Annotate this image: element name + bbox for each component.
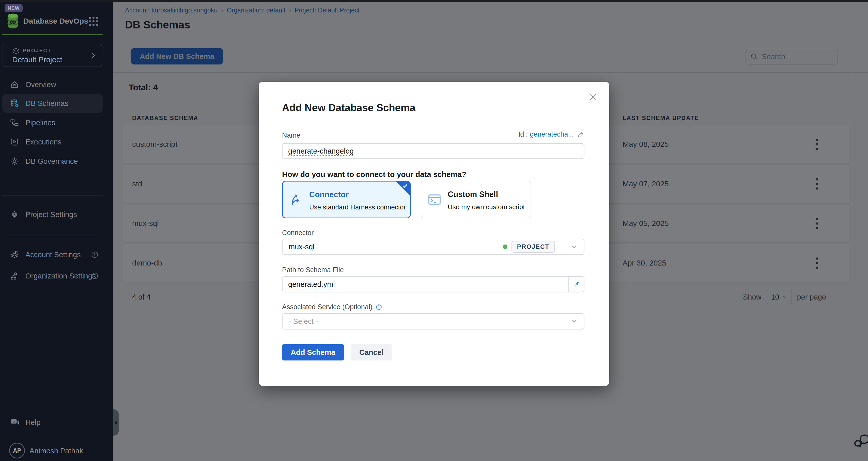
project-name: Default Project <box>12 55 62 64</box>
cancel-button[interactable]: Cancel <box>351 344 392 360</box>
service-select[interactable]: - Select - <box>282 313 584 330</box>
sidebar-item-pipelines[interactable]: Pipelines <box>0 113 113 132</box>
sidebar-item-db-schemas[interactable]: DB Schemas <box>0 94 113 113</box>
path-input[interactable]: generated.yml <box>283 277 568 292</box>
home-icon <box>10 80 19 89</box>
chevron-down-icon <box>570 318 578 325</box>
pin-button[interactable] <box>568 277 584 292</box>
gear-icon <box>10 210 19 219</box>
database-devops-logo-icon <box>7 13 19 28</box>
sidebar-accent-line <box>2 34 103 35</box>
edit-pencil-icon[interactable] <box>577 131 584 138</box>
service-placeholder: - Select - <box>289 317 570 326</box>
connector-value: mux-sql <box>289 243 503 251</box>
add-schema-modal: Add New Database Schema Name Id : genera… <box>259 82 609 386</box>
sidebar-item-db-governance[interactable]: DB Governance <box>0 152 113 171</box>
id-prefix: Id : <box>518 130 528 138</box>
sidebar-item-account-settings[interactable]: Account Settings <box>0 245 113 264</box>
add-schema-button[interactable]: Add Schema <box>282 344 344 360</box>
project-kicker: PROJECT <box>23 48 51 54</box>
chevron-down-icon <box>570 243 578 251</box>
project-cube-icon <box>12 47 20 55</box>
info-icon[interactable] <box>91 272 99 280</box>
new-badge: NEW <box>5 4 23 12</box>
window-top-strip <box>0 0 868 2</box>
help-button[interactable]: ? Help <box>0 413 113 432</box>
modal-title: Add New Database Schema <box>282 102 415 113</box>
org-gear-icon <box>10 272 19 280</box>
connect-question: How do you want to connect to your data … <box>282 170 466 179</box>
connector-select[interactable]: mux-sql PROJECT <box>282 239 584 255</box>
user-name: Animesh Pathak <box>29 447 83 455</box>
user-menu[interactable]: AP Animesh Pathak <box>0 441 113 460</box>
check-icon <box>402 183 408 189</box>
sidebar-divider <box>2 195 103 196</box>
help-chat-icon: ? <box>10 418 19 427</box>
name-field[interactable]: generate-changelog <box>282 143 584 159</box>
governance-gear-icon <box>10 157 19 166</box>
avatar: AP <box>9 443 25 458</box>
layers-gear-icon <box>10 250 19 259</box>
sidebar-item-executions[interactable]: Executions <box>0 133 113 151</box>
sidebar: NEW Database DevOps PROJECT Default Pr <box>0 2 113 461</box>
pipelines-icon <box>10 118 19 127</box>
entity-id-row: Id : generatecha... <box>518 130 584 138</box>
service-label-row: Associated Service (Optional) <box>282 303 382 311</box>
path-field: generated.yml <box>282 276 584 292</box>
collapse-arrow-icon <box>114 420 117 425</box>
connector-label: Connector <box>282 229 314 237</box>
terminal-icon <box>428 193 441 206</box>
chevron-right-icon <box>89 52 97 59</box>
sidebar-collapse-handle[interactable] <box>113 409 119 436</box>
pin-icon <box>571 279 582 290</box>
scope-badge: PROJECT <box>512 241 555 253</box>
sidebar-item-organization-settings[interactable]: Organization Settings <box>0 267 113 285</box>
option-card-connector[interactable]: Connector Use standard Harness connector <box>282 181 411 218</box>
close-icon[interactable] <box>588 92 598 102</box>
status-dot-green <box>503 244 507 249</box>
executions-icon <box>10 138 19 146</box>
info-icon[interactable] <box>376 304 382 310</box>
svg-text:?: ? <box>12 420 14 424</box>
db-schema-icon <box>10 99 19 108</box>
module-grid-icon[interactable] <box>88 16 99 27</box>
id-value-link[interactable]: generatecha... <box>530 130 574 138</box>
name-label: Name <box>282 131 300 139</box>
app-title: Database DevOps <box>23 17 88 25</box>
path-label: Path to Schema File <box>282 266 344 274</box>
info-icon[interactable] <box>91 251 99 258</box>
project-selector[interactable]: PROJECT Default Project <box>3 44 102 67</box>
connector-arrows-icon <box>289 192 303 207</box>
sidebar-item-project-settings[interactable]: Project Settings <box>0 205 113 224</box>
option-card-custom-shell[interactable]: Custom Shell Use my own custom script <box>421 181 531 218</box>
sidebar-divider <box>2 236 103 236</box>
sidebar-item-overview[interactable]: Overview <box>0 75 113 94</box>
